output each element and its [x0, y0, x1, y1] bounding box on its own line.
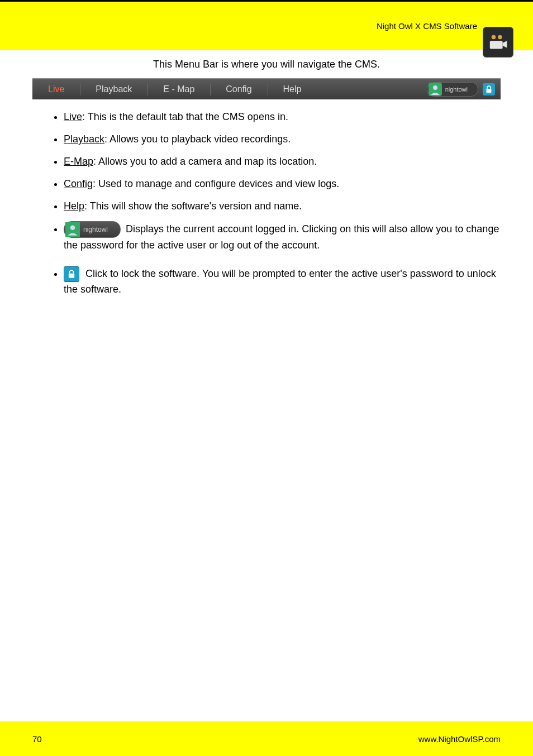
lock-icon[interactable] [64, 266, 79, 282]
item-label: Live [64, 111, 82, 122]
description-list: Live: This is the default tab that the C… [32, 99, 501, 296]
tab-live[interactable]: Live [32, 79, 80, 99]
item-label: E-Map [64, 156, 93, 167]
list-item-live: Live: This is the default tab that the C… [64, 109, 501, 124]
avatar-icon [429, 83, 442, 96]
username-label: nightowl [445, 86, 478, 93]
intro-text: This Menu Bar is where you will navigate… [32, 59, 501, 70]
item-desc: Click to lock the software. You will be … [64, 268, 496, 295]
item-label: Config [64, 178, 93, 189]
username-label: nightowl [83, 225, 120, 235]
item-desc: Displays the current account logged in. … [64, 223, 499, 251]
item-label: Playback [64, 133, 104, 145]
tab-emap[interactable]: E - Map [147, 79, 210, 99]
tab-playback[interactable]: Playback [80, 79, 147, 99]
item-desc: : This is the default tab that the CMS o… [82, 111, 288, 122]
footer-url: www.NightOwlSP.com [418, 734, 501, 744]
tab-config[interactable]: Config [210, 79, 267, 99]
svg-rect-5 [487, 89, 492, 93]
svg-rect-2 [489, 41, 502, 49]
svg-point-4 [433, 85, 437, 90]
list-item-lock: Click to lock the software. You will be … [64, 266, 501, 296]
header-title: Night Owl X CMS Software [377, 21, 477, 31]
svg-point-0 [491, 35, 496, 39]
item-desc: : Used to manage and configure devices a… [93, 178, 339, 189]
avatar-icon [65, 222, 80, 237]
item-desc: : This will show the software's version … [84, 200, 302, 212]
software-menubar: Live Playback E - Map Config Help nighto… [32, 78, 501, 99]
user-account-pill[interactable]: nightowl [427, 82, 478, 97]
list-item-emap: E-Map: Allows you to add a camera and ma… [64, 154, 501, 169]
list-item-playback: Playback: Allows you to playback video r… [64, 132, 501, 146]
list-item-help: Help: This will show the software's vers… [64, 199, 501, 213]
item-desc: : Allows you to add a camera and map its… [93, 156, 317, 167]
list-item-config: Config: Used to manage and configure dev… [64, 176, 501, 191]
svg-rect-8 [69, 274, 74, 278]
list-item-user: nightowl Displays the current account lo… [64, 221, 501, 252]
svg-point-1 [498, 35, 502, 39]
lock-icon[interactable] [483, 83, 495, 95]
camera-app-icon [483, 27, 513, 58]
page-number: 70 [32, 734, 42, 744]
item-desc: : Allows you to playback video recording… [104, 133, 291, 145]
item-label: Help [64, 200, 84, 212]
user-account-chip[interactable]: nightowl [64, 221, 121, 238]
footer-band: 70 www.NightOwlSP.com [0, 721, 533, 756]
tab-help[interactable]: Help [268, 79, 317, 99]
header-band: Night Owl X CMS Software [0, 0, 533, 50]
svg-point-7 [70, 226, 75, 231]
